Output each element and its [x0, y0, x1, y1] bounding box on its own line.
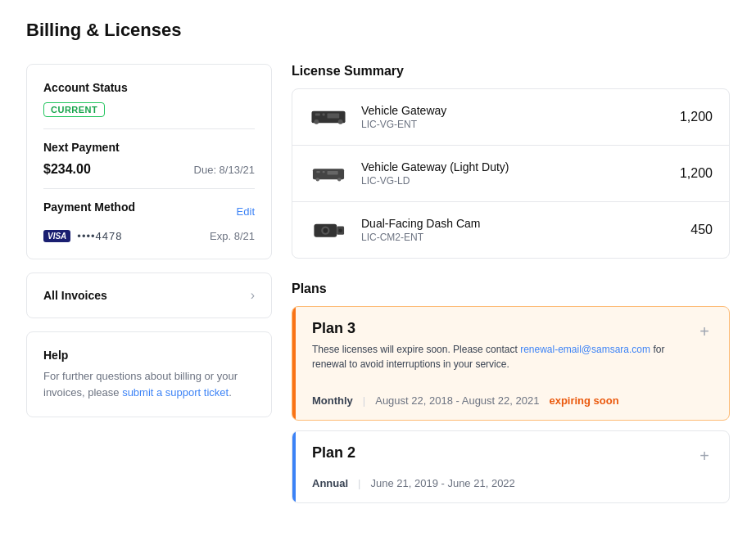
svg-point-4: [314, 119, 319, 124]
help-title: Help: [43, 349, 255, 362]
plan-3-header: Plan 3 These licenses will expire soon. …: [312, 320, 713, 385]
plan-2-frequency: Annual: [312, 477, 348, 489]
plan-2-expand-button[interactable]: +: [696, 444, 713, 467]
license-name-vg: Vehicle Gateway: [361, 104, 667, 117]
svg-rect-8: [323, 171, 325, 173]
plan-2-content: Plan 2 + Annual | June 21, 2019 - June 2…: [292, 431, 729, 502]
plan-2-meta: Annual | June 21, 2019 - June 21, 2022: [312, 477, 713, 489]
dashcam-icon: [309, 215, 348, 245]
edit-link[interactable]: Edit: [237, 205, 255, 218]
license-row-vg-ld: Vehicle Gateway (Light Duty) LIC-VG-LD 1…: [292, 146, 729, 202]
plan-3-expand-button[interactable]: +: [696, 320, 713, 343]
next-payment-title: Next Payment: [43, 141, 255, 154]
help-text-after: .: [229, 386, 232, 399]
due-date: Due: 8/13/21: [194, 164, 255, 176]
plan-2-header: Plan 2 +: [312, 444, 713, 467]
plan-2-card: Plan 2 + Annual | June 21, 2019 - June 2…: [292, 430, 730, 503]
support-ticket-link[interactable]: submit a support ticket: [122, 386, 229, 399]
svg-rect-3: [328, 114, 340, 119]
help-text: For further questions about billing or y…: [43, 368, 255, 400]
divider: [43, 128, 255, 129]
plan-3-expiring-badge: expiring soon: [549, 394, 618, 407]
license-code-vg: LIC-VG-ENT: [361, 119, 667, 130]
chevron-right-icon: ›: [251, 288, 255, 303]
payment-method-header: Payment Method Edit: [43, 200, 255, 222]
help-card: Help For further questions about billing…: [26, 331, 272, 417]
license-name-cam: Dual-Facing Dash Cam: [361, 217, 677, 230]
license-summary-section: License Summary: [292, 64, 730, 259]
license-count-cam: 450: [690, 223, 713, 237]
account-status-card: Account Status CURRENT Next Payment $234…: [26, 64, 272, 259]
status-badge: CURRENT: [43, 102, 105, 117]
next-payment-row: $234.00 Due: 8/13/21: [43, 162, 255, 177]
plan-3-dates: August 22, 2018 - August 22, 2021: [375, 394, 539, 407]
expiry-date: Exp. 8/21: [210, 230, 255, 242]
license-code-cam: LIC-CM2-ENT: [361, 232, 677, 243]
svg-point-11: [337, 178, 341, 181]
plan-3-card: Plan 3 These licenses will expire soon. …: [292, 306, 730, 421]
plan-3-warning-before: These licenses will expire soon. Please …: [312, 344, 520, 355]
account-status-title: Account Status: [43, 81, 255, 94]
vehicle-gateway-icon: [309, 102, 348, 132]
license-name-vg-ld: Vehicle Gateway (Light Duty): [361, 160, 667, 173]
plan-2-dates: June 21, 2019 - June 21, 2022: [370, 477, 514, 489]
all-invoices-card[interactable]: All Invoices ›: [26, 273, 272, 318]
license-summary-title: License Summary: [292, 64, 730, 79]
license-code-vg-ld: LIC-VG-LD: [361, 175, 667, 187]
svg-point-10: [316, 178, 319, 181]
payment-method-title: Payment Method: [43, 200, 135, 214]
vehicle-gateway-ld-icon: [309, 159, 348, 188]
plans-section: Plans Plan 3 These licenses will expire …: [292, 282, 730, 503]
payment-amount: $234.00: [43, 162, 91, 177]
svg-rect-9: [328, 171, 338, 174]
svg-point-16: [338, 229, 342, 232]
license-count-vg: 1,200: [680, 110, 713, 124]
license-count-vg-ld: 1,200: [680, 166, 713, 181]
plan-2-name: Plan 2: [312, 444, 355, 462]
plan-3-frequency: Monthly: [312, 394, 353, 407]
plan-3-warning: These licenses will expire soon. Please …: [312, 342, 696, 372]
license-info-vg: Vehicle Gateway LIC-VG-ENT: [361, 104, 667, 130]
license-info-vg-ld: Vehicle Gateway (Light Duty) LIC-VG-LD: [361, 160, 667, 187]
divider-2: [43, 188, 255, 189]
svg-point-5: [338, 119, 343, 124]
left-column: Account Status CURRENT Next Payment $234…: [26, 64, 272, 503]
plan-3-content: Plan 3 These licenses will expire soon. …: [292, 307, 729, 420]
license-row-vg: Vehicle Gateway LIC-VG-ENT 1,200: [292, 89, 729, 146]
plan-3-meta: Monthly | August 22, 2018 - August 22, 2…: [312, 394, 713, 407]
svg-rect-1: [315, 114, 320, 116]
plans-title: Plans: [292, 282, 730, 296]
card-number: ••••4478: [77, 230, 122, 242]
all-invoices-label: All Invoices: [43, 289, 107, 302]
plan-3-info: Plan 3 These licenses will expire soon. …: [312, 320, 696, 385]
visa-row: VISA ••••4478 Exp. 8/21: [43, 230, 255, 242]
license-card: Vehicle Gateway LIC-VG-ENT 1,200: [292, 88, 730, 259]
svg-rect-7: [316, 171, 319, 173]
plan-3-name: Plan 3: [312, 320, 696, 337]
visa-logo: VISA: [43, 230, 70, 242]
page-title: Billing & Licenses: [26, 20, 730, 41]
right-column: License Summary: [292, 64, 730, 503]
license-info-cam: Dual-Facing Dash Cam LIC-CM2-ENT: [361, 217, 677, 243]
license-row-cam: Dual-Facing Dash Cam LIC-CM2-ENT 450: [292, 202, 729, 258]
renewal-email-link[interactable]: renewal-email@samsara.com: [520, 344, 650, 355]
svg-point-14: [323, 228, 328, 233]
svg-rect-2: [323, 114, 325, 116]
